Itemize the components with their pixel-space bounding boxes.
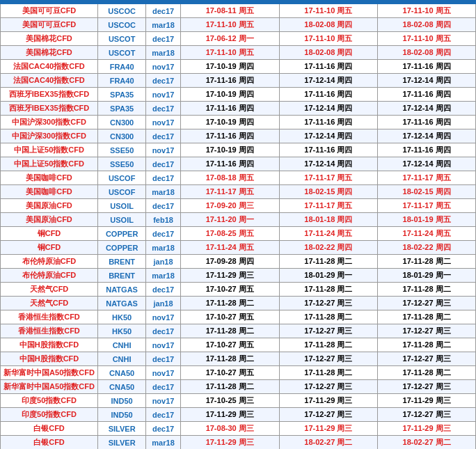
cell-product-code: CNA50 [97,380,145,394]
cell-settle-date: 17-11-28 周二 [378,366,476,380]
cell-settle-date: 17-12-14 周四 [378,102,476,116]
table-row: 美国咖啡CFDUSCOFmar1817-11-17 周五18-02-15 周四1… [1,185,476,199]
table-row: 中国沪深300指数CFDCN300dec1717-11-16 周四17-12-1… [1,129,476,143]
cell-product-code: FRA40 [97,60,145,74]
cell-product-name: 美国棉花CFD [1,46,98,60]
table-row: 西班牙IBEX35指数CFDSPA35nov1717-10-19 周四17-11… [1,88,476,102]
cell-product-name: 美国咖啡CFD [1,171,98,185]
cell-contract: dec17 [146,422,181,436]
table-row: 美国棉花CFDUSCOTmar1817-11-10 周五18-02-08 周四1… [1,46,476,60]
cell-last-date: 17-11-28 周二 [279,255,378,269]
cell-start-date: 17-11-24 周五 [180,241,279,255]
cell-last-date: 17-11-29 周三 [279,394,378,408]
table-row: 中国沪深300指数CFDCN300nov1717-10-19 周四17-11-1… [1,116,476,129]
table-row: 美国可可豆CFDUSCOCmar1817-11-10 周五18-02-08 周四… [1,18,476,32]
cell-start-date: 17-09-28 周四 [180,255,279,269]
cell-product-name: 美国棉花CFD [1,32,98,46]
table-row: 铜CFDCOPPERdec1717-08-25 周五17-11-24 周五17-… [1,227,476,241]
cell-product-code: NATGAS [97,283,145,297]
cell-start-date: 17-10-27 周五 [180,283,279,297]
cell-contract: feb18 [146,213,181,227]
cell-settle-date: 17-11-17 周五 [378,199,476,213]
cell-last-date: 17-12-27 周三 [279,380,378,394]
cell-start-date: 17-11-16 周四 [180,74,279,88]
table-row: 天然气CFDNATGASjan1817-11-28 周二17-12-27 周三1… [1,297,476,310]
cell-last-date: 17-11-17 周五 [279,171,378,185]
table-row: 印度50指数CFDIND50nov1717-10-25 周三17-11-29 周… [1,394,476,408]
cell-contract: jan18 [146,255,181,269]
cell-last-date: 17-12-27 周三 [279,408,378,422]
cell-start-date: 17-10-25 周三 [180,394,279,408]
cell-last-date: 17-11-10 周五 [279,4,378,18]
cell-product-name: 新华富时中国A50指数CFD [1,366,98,380]
cell-product-code: CNA50 [97,366,145,380]
cell-start-date: 17-06-12 周一 [180,32,279,46]
cell-last-date: 17-11-16 周四 [279,143,378,157]
table-row: 白银CFDSILVERdec1717-08-30 周三17-11-29 周三17… [1,422,476,436]
cell-product-code: CNHI [97,338,145,352]
cell-product-name: 法国CAC40指数CFD [1,60,98,74]
cell-last-date: 17-12-27 周三 [279,297,378,310]
cell-contract: nov17 [146,88,181,102]
cell-product-code: USCOF [97,185,145,199]
cell-contract: dec17 [146,4,181,18]
cell-start-date: 17-11-29 周三 [180,436,279,450]
cell-settle-date: 17-12-27 周三 [378,352,476,366]
cell-settle-date: 17-11-17 周五 [378,171,476,185]
cell-product-code: SILVER [97,422,145,436]
cell-last-date: 17-11-24 周五 [279,227,378,241]
cell-settle-date: 17-11-10 周五 [378,4,476,18]
cell-start-date: 17-11-10 周五 [180,46,279,60]
cell-contract: nov17 [146,338,181,352]
cell-product-name: 美国原油CFD [1,199,98,213]
cell-last-date: 17-11-16 周四 [279,116,378,129]
cell-contract: dec17 [146,157,181,171]
cell-settle-date: 18-02-22 周四 [378,241,476,255]
cell-settle-date: 17-11-16 周四 [378,116,476,129]
cell-settle-date: 18-01-29 周一 [378,269,476,283]
cell-settle-date: 17-12-27 周三 [378,324,476,338]
table-row: 美国原油CFDUSOILdec1717-09-20 周三17-11-17 周五1… [1,199,476,213]
cell-contract: nov17 [146,143,181,157]
cell-last-date: 17-12-14 周四 [279,74,378,88]
cell-contract: dec17 [146,352,181,366]
cell-start-date: 17-10-27 周五 [180,338,279,352]
cell-product-code: CNHI [97,352,145,366]
cell-last-date: 17-11-28 周二 [279,310,378,324]
cell-settle-date: 18-02-27 周二 [378,436,476,450]
table-row: 天然气CFDNATGASdec1717-10-27 周五17-11-28 周二1… [1,283,476,297]
cell-contract: mar18 [146,46,181,60]
cell-contract: nov17 [146,366,181,380]
cell-settle-date: 17-11-28 周二 [378,255,476,269]
cell-settle-date: 17-12-14 周四 [378,74,476,88]
cell-start-date: 17-11-16 周四 [180,157,279,171]
cell-settle-date: 17-11-29 周三 [378,394,476,408]
cell-settle-date: 18-02-15 周四 [378,185,476,199]
cell-start-date: 17-08-25 周五 [180,227,279,241]
cell-product-code: FRA40 [97,74,145,88]
table-row: 中国上证50指数CFDSSE50nov1717-10-19 周四17-11-16… [1,143,476,157]
cell-product-name: 美国可可豆CFD [1,4,98,18]
cell-contract: dec17 [146,408,181,422]
cell-product-code: COPPER [97,227,145,241]
cell-start-date: 17-08-18 周五 [180,171,279,185]
cell-last-date: 18-02-22 周四 [279,241,378,255]
cell-product-name: 西班牙IBEX35指数CFD [1,88,98,102]
cell-contract: dec17 [146,171,181,185]
cell-last-date: 18-01-29 周一 [279,269,378,283]
cell-start-date: 17-11-28 周二 [180,380,279,394]
cell-contract: nov17 [146,310,181,324]
cell-settle-date: 17-12-27 周三 [378,408,476,422]
main-table: 美国可可豆CFDUSCOCdec1717-08-11 周五17-11-10 周五… [0,0,476,449]
cell-product-name: 中国上证50指数CFD [1,157,98,171]
cell-product-name: 中国沪深300指数CFD [1,129,98,143]
cell-product-code: SPA35 [97,88,145,102]
cell-start-date: 17-11-10 周五 [180,18,279,32]
cell-product-name: 天然气CFD [1,297,98,310]
table-row: 布伦特原油CFDBRENTjan1817-09-28 周四17-11-28 周二… [1,255,476,269]
table-row: 布伦特原油CFDBRENTmar1817-11-29 周三18-01-29 周一… [1,269,476,283]
table-row: 美国棉花CFDUSCOTdec1717-06-12 周一17-11-10 周五1… [1,32,476,46]
cell-product-code: SSE50 [97,157,145,171]
cell-start-date: 17-08-30 周三 [180,422,279,436]
cell-last-date: 18-02-15 周四 [279,185,378,199]
